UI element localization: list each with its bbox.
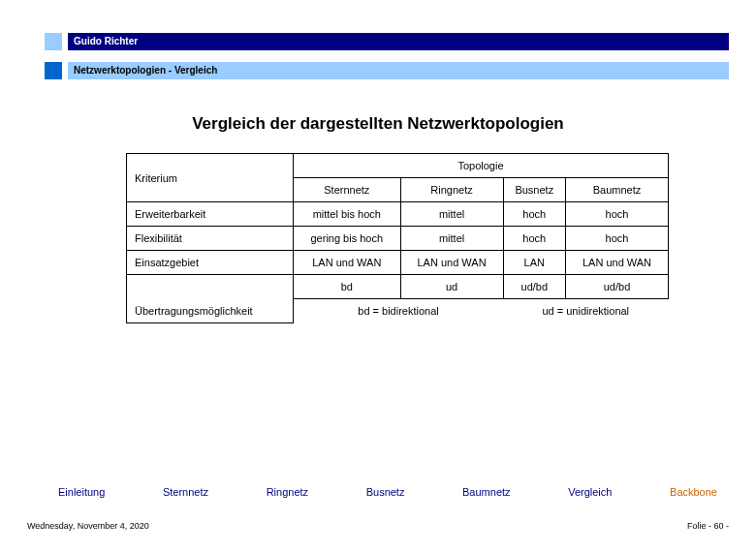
- cell: LAN und WAN: [294, 251, 401, 275]
- nav-einleitung[interactable]: Einleitung: [58, 486, 105, 498]
- slide: Guido Richter Netzwerktopologien - Vergl…: [0, 0, 756, 552]
- nav-vergleich[interactable]: Vergleich: [568, 486, 612, 498]
- legend-ud: ud = unidirektional: [503, 299, 668, 323]
- cell: mittel: [400, 227, 503, 251]
- topology-header: Topologie: [294, 154, 669, 178]
- nav-baumnetz[interactable]: Baumnetz: [462, 486, 511, 498]
- row-label: Einsatzgebiet: [127, 251, 294, 275]
- criterion-header: Kriterium: [127, 154, 294, 202]
- cell: bd: [294, 275, 401, 299]
- breadcrumb: Netzwerktopologien - Vergleich: [74, 65, 217, 76]
- col-busnetz: Busnetz: [503, 178, 565, 202]
- comparison-table: Kriterium Topologie Sternnetz Ringnetz B…: [126, 153, 669, 323]
- row-label: Flexibilität: [127, 227, 294, 251]
- nav-backbone[interactable]: Backbone: [670, 486, 717, 498]
- cell: ud: [400, 275, 503, 299]
- cell: LAN und WAN: [566, 251, 669, 275]
- row-label: [127, 275, 294, 299]
- cell: mittel bis hoch: [294, 202, 401, 227]
- cell: hoch: [566, 202, 669, 227]
- cell: hoch: [566, 227, 669, 251]
- table-row: bd ud ud/bd ud/bd: [127, 275, 669, 299]
- nav-sternnetz[interactable]: Sternnetz: [163, 486, 208, 498]
- page-title: Vergleich der dargestellten Netzwerktopo…: [0, 114, 756, 134]
- table-row: Erweiterbarkeit mittel bis hoch mittel h…: [127, 202, 669, 227]
- cell: hoch: [503, 202, 565, 227]
- table-row: Übertragungsmöglichkeit bd = bidirektion…: [127, 299, 669, 323]
- cell: LAN und WAN: [400, 251, 503, 275]
- header-band-dark: [68, 33, 729, 50]
- nav-busnetz[interactable]: Busnetz: [366, 486, 405, 498]
- footer-date: Wednesday, November 4, 2020: [27, 521, 149, 531]
- table-row: Einsatzgebiet LAN und WAN LAN und WAN LA…: [127, 251, 669, 275]
- cell: mittel: [400, 202, 503, 227]
- bottom-nav: Einleitung Sternnetz Ringnetz Busnetz Ba…: [58, 486, 717, 498]
- cell: LAN: [503, 251, 565, 275]
- col-baumnetz: Baumnetz: [566, 178, 669, 202]
- cell: hoch: [503, 227, 565, 251]
- row-label: Erweiterbarkeit: [127, 202, 294, 227]
- col-sternnetz: Sternnetz: [294, 178, 401, 202]
- decor-square-blue: [45, 62, 62, 79]
- col-ringnetz: Ringnetz: [400, 178, 503, 202]
- cell: ud/bd: [566, 275, 669, 299]
- footer-folie: Folie - 60 -: [687, 521, 729, 531]
- decor-square-light: [45, 33, 62, 50]
- table-row: Flexibilität gering bis hoch mittel hoch…: [127, 227, 669, 251]
- author-name: Guido Richter: [74, 36, 138, 46]
- legend-bd: bd = bidirektional: [294, 299, 504, 323]
- row-label-ubertragung: Übertragungsmöglichkeit: [127, 299, 294, 323]
- nav-ringnetz[interactable]: Ringnetz: [267, 486, 308, 498]
- cell: gering bis hoch: [294, 227, 401, 251]
- cell: ud/bd: [503, 275, 565, 299]
